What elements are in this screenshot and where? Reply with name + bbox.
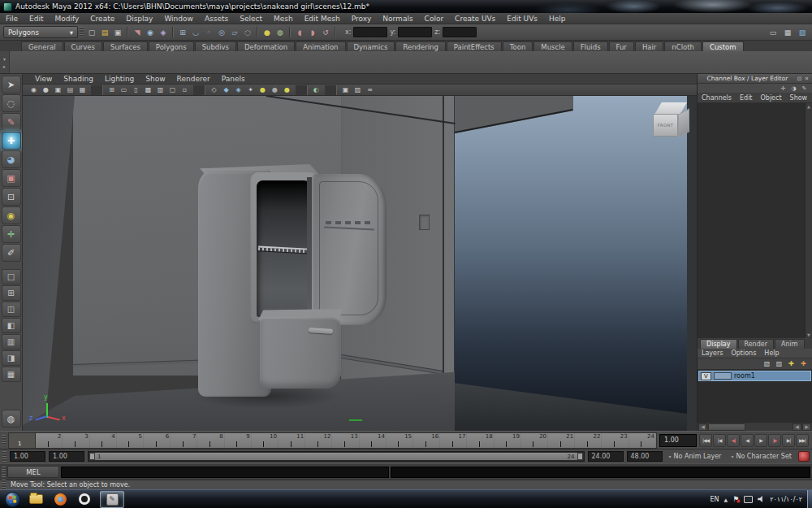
- single-pane-layout-button[interactable]: □: [2, 269, 21, 284]
- bookmark-icon[interactable]: ▤: [64, 85, 76, 95]
- start-button[interactable]: [5, 492, 20, 507]
- step-back-key-button[interactable]: ◀|: [727, 434, 740, 447]
- channel-box-menu-item[interactable]: Channels: [698, 94, 736, 102]
- playback-end-field[interactable]: 24.00: [588, 451, 624, 462]
- camera-attributes-icon[interactable]: ▣: [52, 85, 64, 95]
- shelf-tab[interactable]: Fluids: [573, 41, 608, 51]
- playback-start-field[interactable]: 1.00: [49, 451, 84, 462]
- three-pane-layout-button[interactable]: ◨: [2, 350, 21, 366]
- scroll-left-icon[interactable]: ◀: [698, 423, 707, 431]
- select-component-mode-icon[interactable]: ◈: [157, 26, 170, 38]
- frame-tick[interactable]: 6: [144, 433, 171, 448]
- smooth-shade-icon[interactable]: ◆: [220, 85, 232, 95]
- layer-menu-item[interactable]: Options: [727, 350, 760, 357]
- menu-item[interactable]: Select: [234, 15, 268, 23]
- dock-panel-icon[interactable]: ⊡: [796, 75, 803, 83]
- frame-tick[interactable]: 23: [602, 433, 628, 448]
- command-line-input[interactable]: [61, 467, 389, 478]
- scroll-up-icon[interactable]: ▲: [807, 104, 810, 109]
- layer-horizontal-scrollbar[interactable]: ◀ ◀ ▶: [698, 422, 812, 431]
- menu-item[interactable]: Normals: [377, 15, 418, 23]
- frame-tick[interactable]: 12: [305, 433, 332, 448]
- view-cube[interactable]: FRONT: [648, 102, 695, 146]
- play-backwards-button[interactable]: ◀: [741, 434, 754, 447]
- menu-item[interactable]: Display: [120, 15, 158, 23]
- channel-manipulator-icon[interactable]: ✛: [779, 85, 788, 93]
- step-back-frame-button[interactable]: |◀: [713, 434, 726, 447]
- frame-tick[interactable]: 24: [629, 433, 656, 448]
- network-icon[interactable]: [744, 496, 753, 503]
- soft-modification-tool-icon[interactable]: ◉: [2, 206, 21, 224]
- render-view-icon[interactable]: ▭: [767, 26, 780, 38]
- menu-item[interactable]: Edit: [24, 15, 49, 23]
- snap-to-point-icon[interactable]: ◦: [202, 26, 215, 38]
- layer-color-swatch[interactable]: [714, 372, 732, 380]
- menu-item[interactable]: File: [0, 15, 24, 23]
- range-slider-grip[interactable]: [2, 451, 6, 462]
- panel-menu-item[interactable]: Lighting: [99, 75, 140, 83]
- status-icon[interactable]: [335, 27, 336, 37]
- viewport-icon[interactable]: [325, 85, 337, 95]
- xray-icon[interactable]: ▨: [352, 85, 364, 95]
- frame-tick[interactable]: 8: [197, 433, 224, 448]
- door-frame[interactable]: [443, 96, 456, 382]
- image-plane-icon[interactable]: ▦: [76, 85, 89, 95]
- menu-item[interactable]: Window: [158, 15, 199, 23]
- time-slider-grip[interactable]: [2, 435, 6, 446]
- frame-tick[interactable]: 19: [495, 433, 521, 448]
- last-tool-icon[interactable]: ✐: [2, 244, 21, 262]
- window-titlebar[interactable]: Autodesk Maya 2012 x64: C:\Users\BHN\Doc…: [0, 0, 812, 13]
- shelf-tab[interactable]: Hair: [635, 41, 663, 51]
- status-line-grip[interactable]: [80, 27, 84, 38]
- make-live-icon[interactable]: ◌: [241, 26, 254, 38]
- menu-item[interactable]: Help: [543, 15, 572, 23]
- channel-box-menu-item[interactable]: Show: [786, 94, 812, 102]
- open-scene-icon[interactable]: ▤: [98, 26, 111, 38]
- move-tool-icon[interactable]: ✚: [2, 132, 21, 150]
- frame-tick[interactable]: 5: [117, 433, 144, 448]
- film-gate-icon[interactable]: ▭: [118, 85, 130, 95]
- go-to-end-button[interactable]: ▶▶|: [796, 434, 809, 447]
- select-camera-icon[interactable]: ◉: [28, 85, 40, 95]
- z-input-field[interactable]: [443, 27, 477, 37]
- step-forward-frame-button[interactable]: ▶|: [782, 434, 795, 447]
- status-icon[interactable]: [257, 27, 258, 37]
- select-tool-icon[interactable]: ➤: [2, 76, 21, 93]
- shelf-tab[interactable]: Deformation: [237, 41, 295, 51]
- universal-manipulator-icon[interactable]: ⊡: [2, 188, 21, 206]
- lock-camera-icon[interactable]: ●: [40, 85, 52, 95]
- viewport-canvas[interactable]: FRONT y x z: [23, 96, 697, 431]
- menu-set-selector[interactable]: Polygons ▾: [3, 26, 78, 38]
- menu-item[interactable]: Edit Mesh: [299, 15, 346, 23]
- shelf-tab[interactable]: Rendering: [395, 41, 445, 51]
- menu-item[interactable]: Color: [419, 15, 450, 23]
- y-input-field[interactable]: [398, 27, 432, 37]
- rotate-tool-icon[interactable]: ◕: [2, 150, 21, 168]
- frame-tick[interactable]: 20: [521, 433, 548, 448]
- action-center-icon[interactable]: ⚑: [732, 495, 739, 503]
- snap-to-projected-center-icon[interactable]: ◎: [215, 26, 228, 38]
- animation-start-field[interactable]: 1.00: [10, 451, 45, 462]
- save-scene-icon[interactable]: ▣: [111, 26, 124, 38]
- firefox-taskbar-button[interactable]: [51, 491, 69, 507]
- frame-tick[interactable]: 22: [575, 433, 602, 448]
- shelf-tab[interactable]: Animation: [296, 41, 345, 51]
- shelf-tab[interactable]: Muscle: [533, 41, 572, 51]
- use-all-lights-icon[interactable]: ●: [269, 85, 281, 95]
- character-set-selector[interactable]: ▾ No Character Set: [728, 451, 795, 462]
- vertical-scrollbar[interactable]: ▲▼: [805, 103, 812, 338]
- frame-tick[interactable]: 21: [548, 433, 575, 448]
- status-icon[interactable]: [289, 27, 291, 37]
- show-desktop-button[interactable]: [807, 490, 812, 508]
- play-forwards-button[interactable]: ▶: [754, 434, 767, 447]
- status-icon[interactable]: [127, 27, 128, 37]
- shelf-tab[interactable]: Fur: [609, 41, 634, 51]
- viewport-icon[interactable]: [193, 85, 205, 95]
- frame-tick[interactable]: 3: [63, 433, 89, 448]
- shelf-tab[interactable]: General: [21, 41, 63, 51]
- viewport-icon[interactable]: [296, 85, 308, 95]
- panel-menu-button[interactable]: ◍: [2, 410, 21, 428]
- menu-item[interactable]: Proxy: [346, 15, 378, 23]
- viewport-icon[interactable]: [91, 85, 103, 95]
- shadows-icon[interactable]: ◐: [310, 85, 322, 95]
